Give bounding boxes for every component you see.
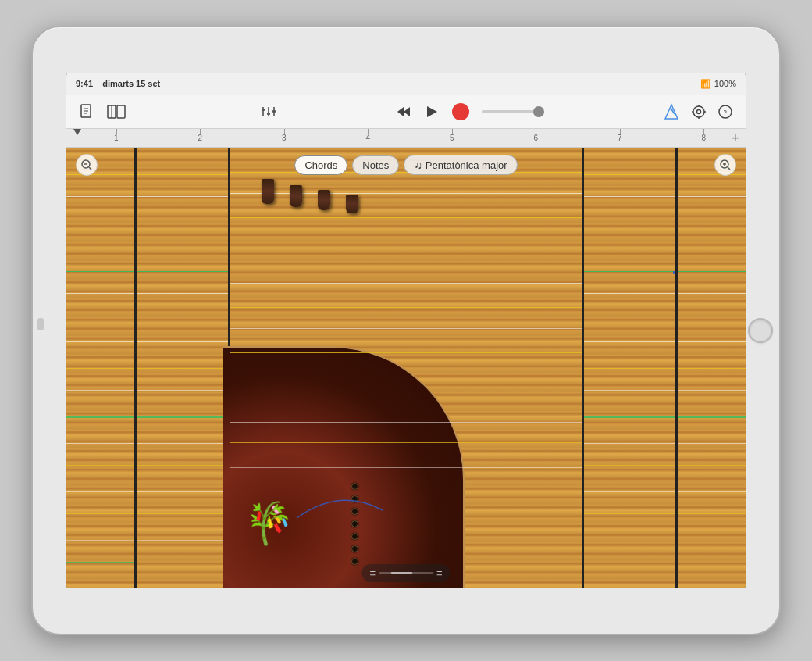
svg-text:?: ? <box>724 108 728 116</box>
scale-label: Pentatònica major <box>426 159 508 171</box>
chords-button[interactable]: Chords <box>294 155 347 175</box>
scroll-control[interactable]: ≡ ≡ <box>361 564 450 582</box>
toolbar-right-group: ? <box>663 103 733 120</box>
battery-icon: 100% <box>714 79 736 88</box>
document-button[interactable] <box>79 103 96 120</box>
side-button-left[interactable] <box>37 318 44 330</box>
bridge-1 <box>262 179 274 204</box>
connector-line-right <box>654 595 654 618</box>
ruler-mark-4: 4 <box>326 134 411 142</box>
volume-slider[interactable] <box>482 110 544 113</box>
ruler-mark-3: 3 <box>242 134 326 142</box>
ipad-device: 9:41 dimarts 15 set 📶 100% <box>31 26 781 635</box>
panel-4-strings <box>584 148 675 588</box>
metronome-button[interactable] <box>663 103 680 120</box>
bridges <box>262 179 358 213</box>
notes-button[interactable]: Notes <box>352 155 399 175</box>
toolbar-mixer-group <box>260 103 277 120</box>
svg-marker-15 <box>427 106 437 117</box>
toolbar-transport <box>396 103 544 120</box>
status-indicators: 📶 100% <box>700 79 736 89</box>
svg-line-29 <box>89 167 91 170</box>
settings-button[interactable] <box>691 104 707 120</box>
blue-string-curve <box>293 479 386 526</box>
play-button[interactable] <box>424 104 440 120</box>
record-button[interactable] <box>452 103 469 120</box>
scroll-right-icon[interactable]: ≡ <box>436 567 443 579</box>
scale-icon: ♫ <box>414 159 422 171</box>
connector-line-left <box>158 595 158 618</box>
help-button[interactable]: ? <box>718 104 733 120</box>
bridge-3 <box>318 190 330 210</box>
panel-1 <box>66 148 137 588</box>
status-bar: 9:41 dimarts 15 set 📶 100% <box>66 73 746 95</box>
svg-rect-5 <box>117 105 125 118</box>
top-controls-overlay: Chords Notes ♫ Pentatònica major <box>66 154 746 176</box>
panel-1-strings <box>66 148 134 588</box>
svg-marker-14 <box>404 107 410 116</box>
svg-point-20 <box>697 109 701 113</box>
center-panel: 🎋 <box>230 148 582 588</box>
svg-rect-10 <box>262 109 265 111</box>
panels-bg: 🎋 <box>66 148 746 588</box>
panel-2-strings <box>137 148 228 588</box>
svg-marker-13 <box>397 107 404 116</box>
layout-button[interactable] <box>107 105 126 119</box>
toolbar-left-group <box>79 103 126 120</box>
panel-4 <box>582 148 675 588</box>
ruler-marks: 1 2 3 4 5 6 7 8 <box>66 134 746 142</box>
ruler-mark-2: 2 <box>158 134 243 142</box>
ruler-mark-1: 1 <box>74 134 158 142</box>
svg-line-33 <box>728 167 730 170</box>
panel-2 <box>137 148 230 588</box>
mixer-button[interactable] <box>260 103 277 120</box>
zoom-in-button[interactable] <box>714 154 736 176</box>
scroll-track[interactable] <box>379 572 433 574</box>
status-time: 9:41 dimarts 15 set <box>76 79 160 88</box>
panel-5 <box>675 148 746 588</box>
main-toolbar: ? <box>66 95 746 129</box>
bridge-4 <box>346 195 358 213</box>
scale-button[interactable]: ♫ Pentatònica major <box>404 155 517 175</box>
svg-point-19 <box>693 106 704 117</box>
ipad-screen: 9:41 dimarts 15 set 📶 100% <box>66 73 746 588</box>
rewind-button[interactable] <box>396 104 411 120</box>
svg-marker-16 <box>665 105 678 119</box>
bridge-2 <box>290 185 302 207</box>
wifi-icon: 📶 <box>700 79 711 89</box>
add-track-button[interactable]: + <box>731 130 739 146</box>
timeline-ruler: 1 2 3 4 5 6 7 8 + <box>66 129 746 148</box>
scroll-left-icon[interactable]: ≡ <box>369 567 376 579</box>
chord-notes-controls: Chords Notes ♫ Pentatònica major <box>294 155 517 175</box>
scroll-thumb <box>390 572 412 574</box>
svg-rect-11 <box>267 113 270 115</box>
ruler-mark-5: 5 <box>410 134 494 142</box>
panel-5-strings <box>678 148 746 588</box>
instrument-area: 🎋 <box>66 148 746 588</box>
svg-point-18 <box>671 108 673 110</box>
zoom-out-button[interactable] <box>76 154 98 176</box>
ruler-mark-6: 6 <box>494 134 579 142</box>
home-button[interactable] <box>748 318 773 343</box>
svg-rect-12 <box>272 110 276 113</box>
ruler-mark-7: 7 <box>578 134 662 142</box>
